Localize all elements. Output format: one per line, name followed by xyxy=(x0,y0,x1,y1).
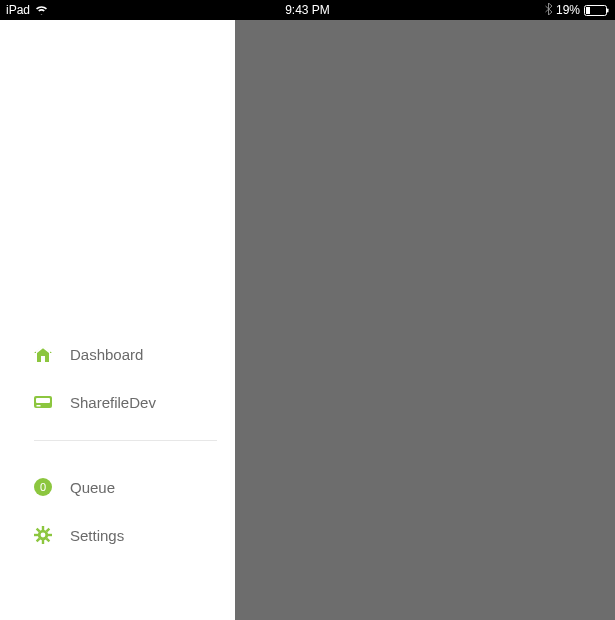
svg-rect-8 xyxy=(42,526,44,530)
sidebar-group-2: 0 Queue xyxy=(0,463,235,559)
content-scrim[interactable] xyxy=(235,20,615,620)
sidebar-item-sharefiledev[interactable]: SharefileDev xyxy=(34,378,235,426)
battery-icon xyxy=(584,5,609,16)
svg-rect-5 xyxy=(37,405,41,407)
sidebar-item-dashboard[interactable]: Dashboard xyxy=(34,330,235,378)
svg-rect-1 xyxy=(586,7,590,14)
device-label: iPad xyxy=(6,3,30,17)
queue-badge-icon: 0 xyxy=(34,478,52,496)
sidebar-item-label: Dashboard xyxy=(70,346,143,363)
status-time: 9:43 PM xyxy=(285,3,330,17)
sidebar-item-queue[interactable]: 0 Queue xyxy=(34,463,235,511)
queue-count: 0 xyxy=(40,481,46,493)
gear-icon xyxy=(34,526,52,544)
sidebar-divider xyxy=(34,440,217,441)
sidebar-item-settings[interactable]: Settings xyxy=(34,511,235,559)
svg-rect-11 xyxy=(48,534,52,536)
connector-icon xyxy=(34,393,52,411)
sidebar-item-label: Settings xyxy=(70,527,124,544)
svg-rect-2 xyxy=(607,8,609,12)
sidebar-item-label: Queue xyxy=(70,479,115,496)
status-right: 19% xyxy=(545,3,609,18)
bluetooth-icon xyxy=(545,3,552,18)
battery-percent: 19% xyxy=(556,3,580,17)
sidebar: Dashboard SharefileDev xyxy=(0,20,235,620)
main: Dashboard SharefileDev xyxy=(0,20,615,620)
sidebar-item-label: SharefileDev xyxy=(70,394,156,411)
svg-rect-10 xyxy=(34,534,38,536)
home-icon xyxy=(34,345,52,363)
sidebar-group-1: Dashboard SharefileDev xyxy=(0,330,235,426)
status-left: iPad xyxy=(6,3,48,17)
svg-point-16 xyxy=(41,533,46,538)
svg-rect-9 xyxy=(42,540,44,544)
svg-rect-4 xyxy=(36,398,50,403)
wifi-icon xyxy=(35,5,48,15)
status-bar: iPad 9:43 PM 19% xyxy=(0,0,615,20)
